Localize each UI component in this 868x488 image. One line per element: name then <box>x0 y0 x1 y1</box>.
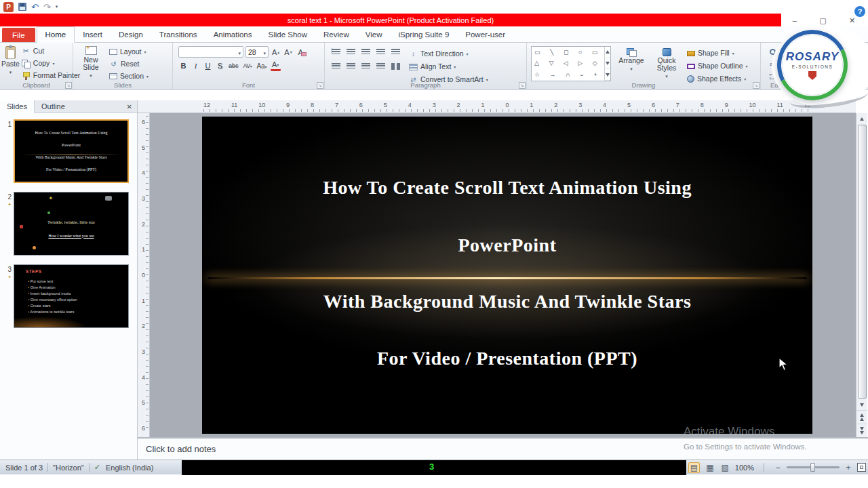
drawing-dialog-launcher-icon[interactable] <box>753 82 760 89</box>
section-dropdown-icon[interactable] <box>146 71 149 81</box>
line-spacing-button[interactable] <box>390 47 401 57</box>
change-case-dropdown-icon[interactable] <box>265 62 267 70</box>
tab-animations[interactable]: Animations <box>205 26 260 42</box>
normal-view-button[interactable]: ▤ <box>688 462 700 473</box>
new-slide-dropdown-icon[interactable] <box>90 71 92 79</box>
redo-icon[interactable]: ↷ <box>43 3 51 12</box>
paste-dropdown-icon[interactable] <box>9 68 12 76</box>
align-left-button[interactable] <box>330 61 342 71</box>
slide-canvas[interactable]: How To Create Scroll Text Animation Usin… <box>202 117 812 434</box>
animation-indicator-icon[interactable]: ✦ <box>7 202 12 207</box>
shape-outline-dropdown-icon[interactable] <box>746 61 748 71</box>
previous-slide-button[interactable] <box>856 410 867 424</box>
save-icon[interactable] <box>18 3 26 11</box>
quick-styles-button[interactable]: Quick Styles <box>652 46 682 85</box>
scroll-up-icon[interactable] <box>856 113 867 124</box>
columns-button[interactable] <box>390 61 401 71</box>
italic-button[interactable]: I <box>191 60 201 71</box>
maximize-button[interactable]: ▢ <box>819 16 826 25</box>
character-spacing-button[interactable]: AV <box>242 60 254 71</box>
shape-fill-button[interactable]: Shape Fill <box>685 47 750 59</box>
shapes-scroll-down-icon[interactable] <box>605 58 610 70</box>
text-shadow-button[interactable]: S <box>215 60 225 71</box>
fit-to-window-button[interactable] <box>857 463 866 472</box>
tab-view[interactable]: View <box>357 26 391 42</box>
grow-font-button[interactable]: A <box>271 47 281 58</box>
decrease-indent-button[interactable] <box>360 47 372 57</box>
font-color-dropdown-icon[interactable] <box>277 60 279 69</box>
customize-quick-access-icon[interactable]: ▾ <box>56 4 58 9</box>
font-name-dropdown-icon[interactable] <box>238 48 241 56</box>
align-text-dropdown-icon[interactable] <box>454 62 456 72</box>
font-size-combo[interactable]: 28 <box>245 46 269 58</box>
powerpoint-app-icon[interactable]: P <box>3 2 14 12</box>
close-button[interactable]: ✕ <box>849 16 855 25</box>
clipboard-dialog-launcher-icon[interactable] <box>65 82 72 89</box>
tab-design[interactable]: Design <box>111 26 151 42</box>
zoom-slider[interactable] <box>787 466 840 468</box>
arrange-dropdown-icon[interactable] <box>630 64 633 73</box>
justify-button[interactable] <box>375 61 387 71</box>
tab-review[interactable]: Review <box>315 26 357 42</box>
shapes-scroll-up-icon[interactable] <box>605 47 610 58</box>
status-language[interactable]: English (India) <box>106 464 153 472</box>
font-dialog-launcher-icon[interactable] <box>317 82 323 89</box>
reset-button[interactable]: ↺ Reset <box>107 59 151 69</box>
font-size-dropdown-icon[interactable] <box>263 48 266 56</box>
new-slide-button[interactable]: New Slide <box>75 44 107 81</box>
slide-show-view-button[interactable]: ▧ <box>720 463 730 472</box>
align-right-button[interactable] <box>360 61 372 71</box>
spell-check-icon[interactable]: ✓ <box>94 463 100 472</box>
shapes-row-2[interactable]: △ ▽ ◁ ▷ ◇ <box>534 60 601 66</box>
slide-sorter-view-button[interactable]: ▦ <box>705 463 715 472</box>
change-case-button[interactable]: Aa <box>255 60 268 71</box>
panel-tab-slides[interactable]: Slides <box>0 100 35 113</box>
clear-formatting-button[interactable]: A <box>296 47 306 58</box>
zoom-in-button[interactable]: + <box>844 463 852 472</box>
slide-thumbnail-1[interactable]: How To Create Scroll Text Animation Usin… <box>14 119 129 183</box>
increase-indent-button[interactable] <box>375 47 387 57</box>
notes-placeholder[interactable]: Click to add notes <box>146 444 216 454</box>
bullets-button[interactable] <box>330 47 342 57</box>
quick-styles-dropdown-icon[interactable] <box>665 72 668 80</box>
font-name-combo[interactable] <box>178 46 243 58</box>
layout-button[interactable]: Layout <box>107 46 151 58</box>
numbering-button[interactable] <box>345 47 357 57</box>
tab-slide-show[interactable]: Slide Show <box>260 26 316 42</box>
vertical-scrollbar[interactable] <box>856 113 867 437</box>
tab-insert[interactable]: Insert <box>75 26 111 42</box>
scrollbar-thumb[interactable] <box>858 125 867 399</box>
next-slide-button[interactable] <box>856 424 867 437</box>
panel-tab-outline[interactable]: Outline <box>35 100 72 113</box>
slide-thumbnail-3[interactable]: STEPS Put some textGive AnimationInsert … <box>14 264 129 328</box>
minimize-button[interactable]: – <box>793 16 797 24</box>
copy-dropdown-icon[interactable] <box>52 58 54 68</box>
tab-ispring-suite[interactable]: iSpring Suite 9 <box>391 26 458 42</box>
align-text-button[interactable]: Align Text <box>407 61 490 73</box>
paste-button[interactable]: Paste <box>1 44 20 81</box>
tab-file[interactable]: File <box>2 28 35 42</box>
shrink-font-button[interactable]: A <box>283 47 293 58</box>
align-center-button[interactable] <box>345 61 357 71</box>
slide-thumbnail-2[interactable]: ✦ Twinkle, twinkle, little star How I wo… <box>14 192 129 256</box>
text-direction-button[interactable]: ↕ Text Direction <box>407 48 490 60</box>
strikethrough-button[interactable]: abc <box>227 60 240 71</box>
section-button[interactable]: Section <box>107 70 151 82</box>
zoom-percentage[interactable]: 100% <box>735 464 754 472</box>
slide-title-line-4[interactable]: For Video / Presentation (PPT) <box>202 348 812 369</box>
zoom-slider-thumb[interactable] <box>810 463 815 472</box>
shape-fill-dropdown-icon[interactable] <box>732 48 734 58</box>
slide-title-line-1[interactable]: How To Create Scroll Text Animation Usin… <box>202 177 812 199</box>
zoom-out-button[interactable]: − <box>774 463 782 472</box>
text-direction-dropdown-icon[interactable] <box>467 49 469 59</box>
shapes-row-3[interactable]: ☆ → ∩ ⌣ + <box>534 71 601 79</box>
slide-title-line-2[interactable]: PowerPoint <box>202 235 812 256</box>
help-button[interactable]: ? <box>854 6 865 17</box>
shapes-row-1[interactable]: ▭ ╲ ◻ ○ ▭ <box>534 49 601 56</box>
shapes-gallery[interactable]: ▭ ╲ ◻ ○ ▭ △ ▽ ◁ ▷ ◇ ☆ → ∩ ⌣ + <box>531 46 611 81</box>
bold-button[interactable]: B <box>178 60 189 71</box>
undo-icon[interactable]: ↶ <box>31 3 39 12</box>
paragraph-dialog-launcher-icon[interactable] <box>519 82 526 89</box>
shape-outline-button[interactable]: Shape Outline <box>685 60 750 72</box>
tab-power-user[interactable]: Power-user <box>457 26 513 42</box>
